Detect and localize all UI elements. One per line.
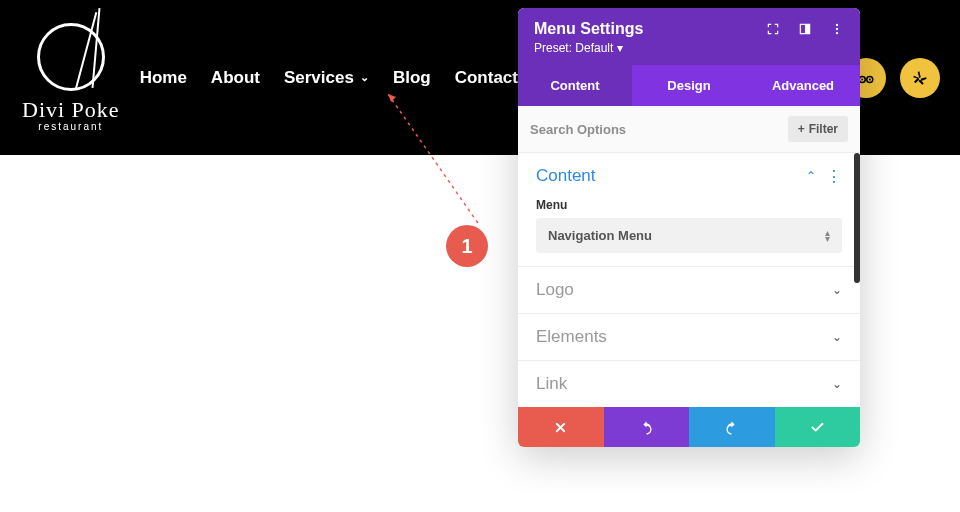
- section-content-header[interactable]: Content ⌃ ⋮: [536, 166, 842, 186]
- callout-badge: 1: [446, 225, 488, 267]
- section-more-icon[interactable]: ⋮: [826, 167, 842, 186]
- panel-tabs: Content Design Advanced: [518, 65, 860, 106]
- snap-icon[interactable]: [798, 22, 812, 36]
- select-caret-icon: ▴▾: [825, 230, 830, 242]
- expand-icon[interactable]: [766, 22, 780, 36]
- nav-blog[interactable]: Blog: [393, 68, 431, 88]
- tab-content[interactable]: Content: [518, 65, 632, 106]
- main-nav: Home About Services⌄ Blog Contact: [140, 68, 518, 88]
- section-logo: Logo ⌄: [518, 267, 860, 314]
- chevron-up-icon: ⌃: [806, 169, 816, 183]
- section-content: Content ⌃ ⋮ Menu Navigation Menu ▴▾: [518, 153, 860, 267]
- plus-icon: +: [798, 122, 805, 136]
- svg-point-9: [836, 28, 838, 30]
- nav-contact[interactable]: Contact: [455, 68, 518, 88]
- svg-point-2: [861, 78, 863, 80]
- search-options-input[interactable]: Search Options: [530, 122, 788, 137]
- yelp-icon[interactable]: [900, 58, 940, 98]
- redo-button[interactable]: [689, 407, 775, 447]
- search-row: Search Options +Filter: [518, 106, 860, 153]
- panel-body: Content ⌃ ⋮ Menu Navigation Menu ▴▾ Logo…: [518, 153, 860, 407]
- chevron-down-icon: ⌄: [832, 283, 842, 297]
- panel-footer: [518, 407, 860, 447]
- panel-title: Menu Settings: [534, 20, 766, 38]
- save-button[interactable]: [775, 407, 861, 447]
- chevron-down-icon: ⌄: [832, 330, 842, 344]
- caret-down-icon: ▾: [617, 41, 623, 55]
- settings-panel: Menu Settings Preset: Default▾ Content D…: [518, 8, 860, 447]
- chevron-down-icon: ⌄: [832, 377, 842, 391]
- svg-point-8: [836, 24, 838, 26]
- logo-subtitle: restaurant: [38, 121, 103, 132]
- section-elements-header[interactable]: Elements ⌄: [536, 327, 842, 347]
- preset-selector[interactable]: Preset: Default▾: [534, 41, 766, 55]
- svg-point-3: [869, 78, 871, 80]
- chevron-down-icon: ⌄: [360, 71, 369, 84]
- cancel-button[interactable]: [518, 407, 604, 447]
- section-logo-header[interactable]: Logo ⌄: [536, 280, 842, 300]
- logo-name: Divi Poke: [22, 97, 120, 123]
- filter-button[interactable]: +Filter: [788, 116, 848, 142]
- more-icon[interactable]: [830, 22, 844, 36]
- nav-home[interactable]: Home: [140, 68, 187, 88]
- svg-rect-7: [805, 24, 810, 33]
- nav-about[interactable]: About: [211, 68, 260, 88]
- tab-design[interactable]: Design: [632, 65, 746, 106]
- svg-point-10: [836, 32, 838, 34]
- site-logo[interactable]: Divi Poke restaurant: [22, 23, 120, 132]
- undo-button[interactable]: [604, 407, 690, 447]
- logo-bowl-icon: [37, 23, 105, 91]
- panel-header: Menu Settings Preset: Default▾: [518, 8, 860, 65]
- social-icons: [846, 58, 940, 98]
- section-link-header[interactable]: Link ⌄: [536, 374, 842, 394]
- tab-advanced[interactable]: Advanced: [746, 65, 860, 106]
- section-link: Link ⌄: [518, 361, 860, 407]
- menu-select[interactable]: Navigation Menu ▴▾: [536, 218, 842, 253]
- menu-field-label: Menu: [536, 198, 842, 212]
- scrollbar-thumb[interactable]: [854, 153, 860, 283]
- section-elements: Elements ⌄: [518, 314, 860, 361]
- nav-services[interactable]: Services⌄: [284, 68, 369, 88]
